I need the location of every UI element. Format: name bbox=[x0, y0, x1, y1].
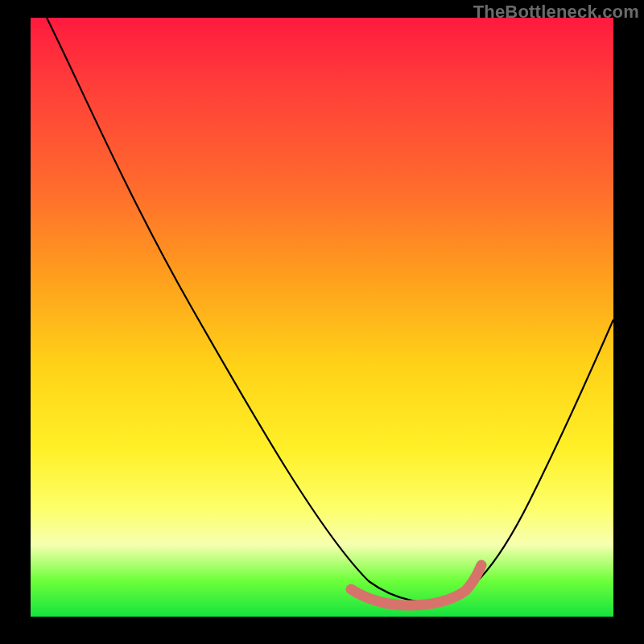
chart-frame bbox=[31, 18, 613, 617]
chart-svg bbox=[31, 18, 613, 617]
optimal-band bbox=[351, 565, 481, 605]
bottleneck-curve bbox=[47, 18, 613, 602]
